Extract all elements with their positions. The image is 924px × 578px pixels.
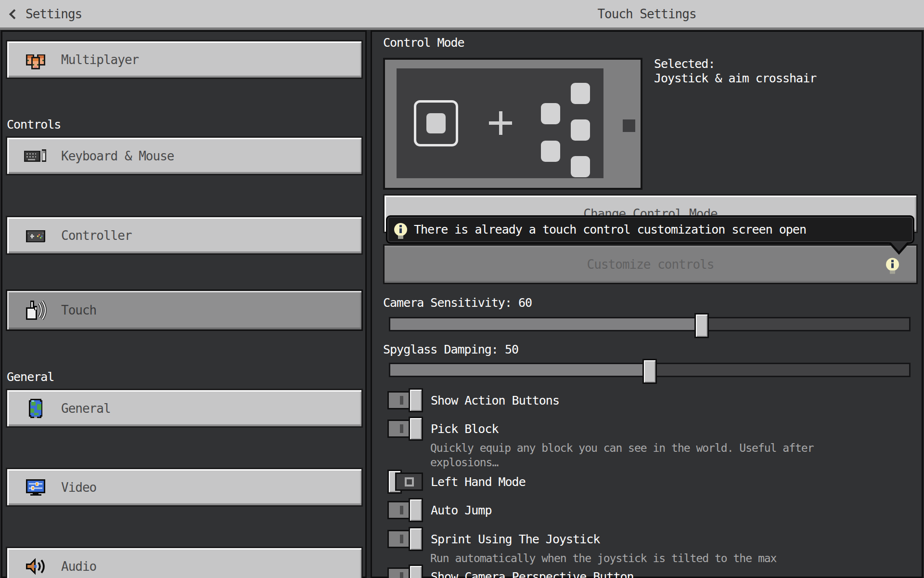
bulb-info-icon [394,223,407,236]
control-mode-label: Control Mode [383,36,464,50]
sidebar-item-label: Controller [61,228,132,243]
bulb-info-icon [886,258,899,271]
toggle-label: Show Action Buttons [431,394,559,407]
keyboard-mouse-icon [24,145,48,167]
controller-icon [24,224,48,247]
joystick-icon [414,100,458,146]
globe-icon [24,397,48,420]
top-bar: Settings Touch Settings [0,0,924,30]
preview-screen [397,68,603,178]
spyglass-damping-label: Spyglass Damping: 50 [383,342,518,356]
monitor-icon [24,476,48,499]
sidebar-item-label: Touch [61,303,96,317]
touch-settings-panel: Control Mode Selected: Joystick & aim cr… [371,30,923,578]
toggle-switch-on[interactable] [387,417,423,441]
toggle-label: Left Hand Mode [431,475,526,489]
toggle-description: Quickly equip any block you can see in t… [430,441,887,470]
sidebar-item-video[interactable]: Video [6,468,363,507]
sidebar-item-label: General [61,401,111,416]
sidebar-item-audio[interactable]: Audio [6,547,363,578]
touch-icon [24,299,48,321]
settings-sidebar: Multiplayer Controls Keyboard & Mouse [1,30,367,578]
speaker-icon [24,555,48,578]
section-label-controls: Controls [7,118,61,131]
sidebar-item-label: Video [61,480,96,495]
slider-handle[interactable] [694,313,709,338]
back-chevron-icon [9,9,19,19]
action-button-icon [541,141,560,162]
section-label-general: General [7,370,54,384]
action-button-icon [571,156,590,177]
sidebar-item-controller[interactable]: Controller [6,216,363,255]
toggle-sprint-using-joystick[interactable]: Sprint Using The Joystick [387,527,600,551]
toggle-show-action-buttons[interactable]: Show Action Buttons [387,388,559,412]
toggle-pick-block[interactable]: Pick Block [387,417,499,441]
toggle-switch-off[interactable] [387,470,423,494]
back-label: Settings [26,7,82,21]
slider-fill [390,364,650,376]
toggle-show-camera-perspective[interactable]: Show Camera Perspective Button [387,565,634,578]
action-button-icon [571,119,590,141]
slider-fill [390,318,702,330]
control-mode-preview [383,58,642,190]
toggle-label: Show Camera Perspective Button [431,570,634,578]
customize-controls-label: Customize controls [587,257,714,272]
toggle-left-hand-mode[interactable]: Left Hand Mode [387,470,526,494]
sidebar-item-label: Audio [61,559,96,574]
toggle-switch-on[interactable] [387,565,423,578]
camera-sensitivity-label: Camera Sensitivity: 60 [383,296,532,310]
action-button-icon [541,103,560,124]
action-button-icon [571,83,590,104]
sidebar-item-general[interactable]: General [6,389,363,428]
spyglass-damping-slider[interactable] [389,363,911,377]
home-button-icon [623,119,635,132]
sidebar-item-keyboard-mouse[interactable]: Keyboard & Mouse [6,136,363,175]
toggle-switch-on[interactable] [387,388,423,412]
tooltip: There is already a touch control customi… [386,215,914,244]
toggle-label: Pick Block [431,422,499,436]
toggle-label: Auto Jump [431,503,491,517]
selected-value: Joystick & aim crosshair [654,71,816,86]
sidebar-item-label: Keyboard & Mouse [61,149,174,163]
toggle-auto-jump[interactable]: Auto Jump [387,498,491,522]
multiplayer-icon [24,49,48,71]
toggle-label: Sprint Using The Joystick [431,532,600,546]
back-button[interactable]: Settings [11,0,82,27]
page-title: Touch Settings [371,0,923,27]
sidebar-item-label: Multiplayer [61,53,139,67]
sidebar-item-touch[interactable]: Touch [6,289,363,331]
selected-mode-text: Selected: Joystick & aim crosshair [654,57,816,86]
sidebar-item-multiplayer[interactable]: Multiplayer [6,40,363,79]
customize-controls-button[interactable]: Customize controls [383,244,918,284]
slider-handle[interactable] [642,359,657,384]
tooltip-text: There is already a touch control customi… [414,223,806,236]
camera-sensitivity-slider[interactable] [389,317,911,331]
toggle-description: Run automatically when the joystick is t… [430,551,776,565]
toggle-switch-on[interactable] [387,498,423,522]
toggle-switch-on[interactable] [387,527,423,551]
selected-label: Selected: [654,57,816,71]
